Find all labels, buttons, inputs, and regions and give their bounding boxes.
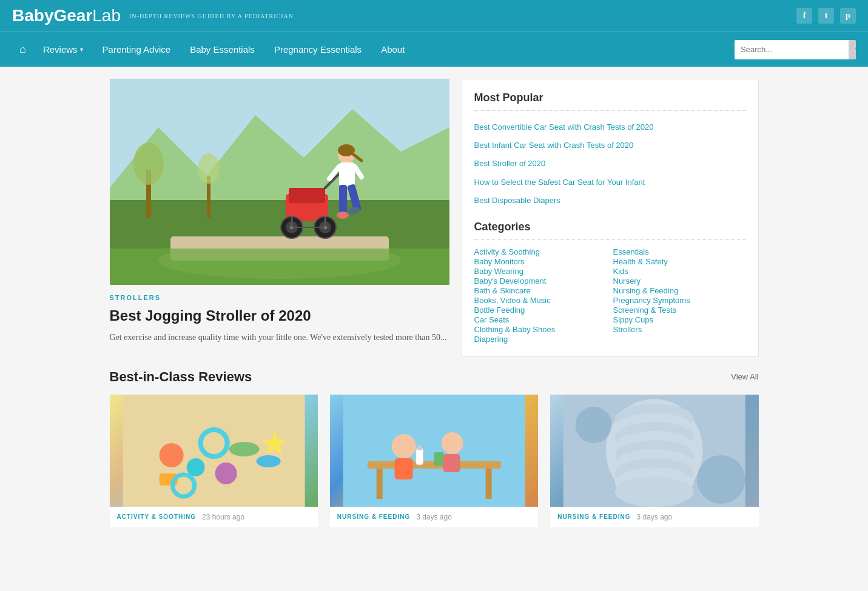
bic-card-1-footer: ACTIVITY & SOOTHING 23 hours ago <box>110 507 318 527</box>
bic-card-1-time: 23 hours ago <box>202 513 244 521</box>
facebook-icon[interactable]: f <box>796 8 812 24</box>
logo-light: Lab <box>92 6 121 25</box>
svg-point-30 <box>337 212 349 219</box>
bic-card-1[interactable]: ACTIVITY & SOOTHING 23 hours ago <box>110 395 318 527</box>
most-popular-title: Most Popular <box>474 92 746 111</box>
nav-reviews[interactable]: Reviews ▾ <box>33 33 93 65</box>
search-input[interactable] <box>735 40 849 59</box>
nav-baby-essentials[interactable]: Baby Essentials <box>180 33 264 65</box>
bic-card-2[interactable]: NURSING & FEEDING 3 days ago <box>330 395 538 527</box>
pinterest-icon[interactable]: p <box>840 8 856 24</box>
bic-header: Best-in-Class Reviews View All <box>110 369 759 385</box>
nav-about[interactable]: About <box>371 33 414 65</box>
nav-pregnancy-essentials[interactable]: Pregnancy Essentials <box>264 33 371 65</box>
main-content: STROLLERS Best Jogging Stroller of 2020 … <box>101 79 768 357</box>
popular-link-1[interactable]: Best Convertible Car Seat with Crash Tes… <box>474 118 746 136</box>
popular-link-2[interactable]: Best Infant Car Seat with Crash Tests of… <box>474 136 746 155</box>
svg-rect-43 <box>343 395 525 507</box>
logo[interactable]: BabyGearLab <box>12 6 121 25</box>
bic-card-2-time: 3 days ago <box>416 513 452 521</box>
top-bar: BabyGearLab IN-DEPTH REVIEWS GUIDED BY A… <box>0 0 868 32</box>
sidebar: Most Popular Best Convertible Car Seat w… <box>462 79 759 357</box>
svg-point-47 <box>391 434 415 458</box>
nav-parenting-advice[interactable]: Parenting Advice <box>93 33 181 65</box>
bic-grid: ACTIVITY & SOOTHING 23 hours ago <box>110 395 759 527</box>
popular-link-4[interactable]: How to Select the Safest Car Seat for Yo… <box>474 173 746 192</box>
svg-point-38 <box>215 462 237 484</box>
popular-link-5[interactable]: Best Disposable Diapers <box>474 192 746 210</box>
featured-caption: STROLLERS Best Jogging Stroller of 2020 … <box>110 285 449 351</box>
svg-rect-52 <box>415 448 423 465</box>
svg-point-64 <box>615 476 694 507</box>
bic-card-3-time: 3 days ago <box>637 513 673 521</box>
nav-home[interactable]: ⌂ <box>12 32 33 67</box>
svg-point-65 <box>576 407 612 443</box>
bic-card-2-footer: NURSING & FEEDING 3 days ago <box>330 507 538 527</box>
popular-link-3[interactable]: Best Stroller of 2020 <box>474 155 746 173</box>
svg-rect-45 <box>376 469 382 499</box>
search-button[interactable]: 🔍 <box>849 40 856 59</box>
svg-rect-48 <box>394 458 412 479</box>
svg-rect-53 <box>417 446 422 450</box>
svg-point-36 <box>229 442 259 456</box>
categories-col2: Essentials Health & Safety Kids Nursery … <box>613 247 746 344</box>
categories-title: Categories <box>474 221 746 240</box>
svg-point-50 <box>441 432 463 454</box>
bic-card-3[interactable]: NURSING & FEEDING 3 days ago <box>550 395 758 527</box>
svg-point-8 <box>198 153 220 184</box>
bic-card-2-image <box>330 395 538 507</box>
svg-point-35 <box>186 458 204 476</box>
logo-area: BabyGearLab IN-DEPTH REVIEWS GUIDED BY A… <box>12 6 294 25</box>
svg-rect-10 <box>289 188 325 203</box>
bic-section: Best-in-Class Reviews View All <box>101 369 768 527</box>
svg-rect-46 <box>485 469 491 499</box>
nav-left: ⌂ Reviews ▾ Parenting Advice Baby Essent… <box>12 32 414 67</box>
svg-rect-28 <box>339 185 347 215</box>
bic-title: Best-in-Class Reviews <box>110 369 252 385</box>
social-icons: f t p <box>796 8 856 24</box>
svg-rect-25 <box>339 162 355 187</box>
bic-card-3-image <box>550 395 758 507</box>
bic-card-1-image <box>110 395 318 507</box>
svg-rect-51 <box>443 454 460 472</box>
cat-diapering[interactable]: Diapering <box>474 332 508 346</box>
svg-rect-32 <box>110 249 449 285</box>
featured-category: STROLLERS <box>110 294 449 301</box>
featured-description: Get exercise and increase quality time w… <box>110 331 449 344</box>
categories-grid: Activity & Soothing Baby Monitors Baby W… <box>474 247 746 344</box>
featured-section: STROLLERS Best Jogging Stroller of 2020 … <box>110 79 449 357</box>
featured-image-svg <box>110 79 449 285</box>
nav-bar: ⌂ Reviews ▾ Parenting Advice Baby Essent… <box>0 32 868 67</box>
bic-card-2-category: NURSING & FEEDING <box>337 513 410 520</box>
bic-card-3-footer: NURSING & FEEDING 3 days ago <box>550 507 758 527</box>
svg-point-34 <box>159 443 183 467</box>
logo-bold: BabyGear <box>12 6 92 25</box>
logo-tagline: IN-DEPTH REVIEWS GUIDED BY A PEDIATRICIA… <box>129 13 294 19</box>
svg-point-6 <box>133 142 164 185</box>
cat-strollers[interactable]: Strollers <box>613 322 642 336</box>
view-all-link[interactable]: View All <box>731 372 758 381</box>
twitter-icon[interactable]: t <box>818 8 834 24</box>
search-box[interactable]: 🔍 <box>735 40 856 59</box>
svg-point-66 <box>697 455 745 504</box>
featured-title[interactable]: Best Jogging Stroller of 2020 <box>110 306 449 325</box>
sidebar-card: Most Popular Best Convertible Car Seat w… <box>462 79 759 357</box>
featured-image <box>110 79 449 285</box>
categories-col1: Activity & Soothing Baby Monitors Baby W… <box>474 247 607 344</box>
svg-rect-49 <box>434 452 443 466</box>
svg-point-39 <box>256 455 280 467</box>
reviews-dropdown-arrow: ▾ <box>80 46 83 53</box>
bic-card-3-category: NURSING & FEEDING <box>557 513 630 520</box>
bic-card-1-category: ACTIVITY & SOOTHING <box>117 513 197 520</box>
